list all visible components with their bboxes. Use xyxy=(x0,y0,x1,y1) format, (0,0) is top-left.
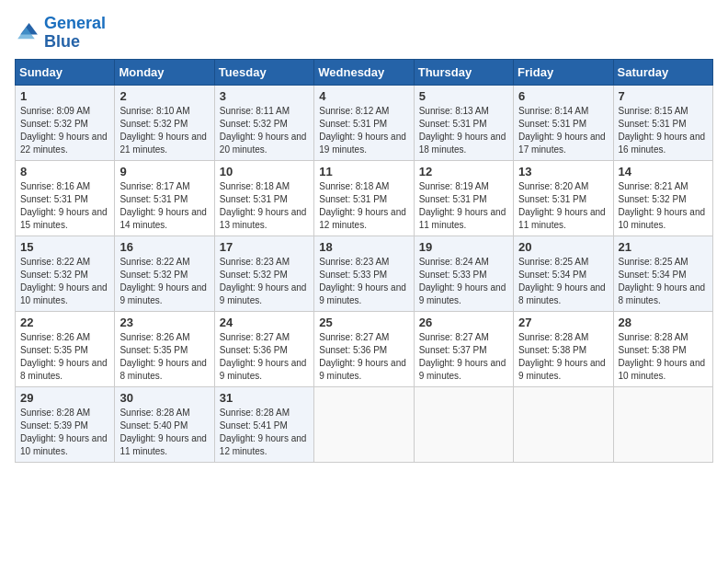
day-info: Sunrise: 8:12 AM Sunset: 5:31 PM Dayligh… xyxy=(319,105,408,156)
calendar-day-cell xyxy=(613,386,712,462)
day-info: Sunrise: 8:25 AM Sunset: 5:34 PM Dayligh… xyxy=(518,256,608,307)
calendar-week-row: 22 Sunrise: 8:26 AM Sunset: 5:35 PM Dayl… xyxy=(16,311,713,386)
day-info: Sunrise: 8:27 AM Sunset: 5:37 PM Dayligh… xyxy=(419,331,508,383)
calendar-day-cell: 29 Sunrise: 8:28 AM Sunset: 5:39 PM Dayl… xyxy=(16,386,115,462)
calendar-week-row: 29 Sunrise: 8:28 AM Sunset: 5:39 PM Dayl… xyxy=(16,386,713,462)
calendar-day-cell: 3 Sunrise: 8:11 AM Sunset: 5:32 PM Dayli… xyxy=(214,85,313,160)
calendar-week-row: 8 Sunrise: 8:16 AM Sunset: 5:31 PM Dayli… xyxy=(16,160,713,236)
day-number: 23 xyxy=(119,316,209,329)
calendar-day-cell xyxy=(414,386,513,462)
day-number: 14 xyxy=(619,165,708,178)
calendar-day-cell xyxy=(314,386,414,462)
day-number: 25 xyxy=(319,316,408,329)
day-info: Sunrise: 8:23 AM Sunset: 5:33 PM Dayligh… xyxy=(319,256,408,307)
day-number: 17 xyxy=(220,240,309,254)
day-info: Sunrise: 8:28 AM Sunset: 5:40 PM Dayligh… xyxy=(119,407,209,458)
day-info: Sunrise: 8:15 AM Sunset: 5:31 PM Dayligh… xyxy=(619,105,708,156)
day-number: 22 xyxy=(20,316,109,329)
calendar-day-cell: 19 Sunrise: 8:24 AM Sunset: 5:33 PM Dayl… xyxy=(414,236,513,311)
day-info: Sunrise: 8:18 AM Sunset: 5:31 PM Dayligh… xyxy=(220,180,309,232)
day-of-week-header: Wednesday xyxy=(314,59,414,85)
day-of-week-header: Tuesday xyxy=(214,59,313,85)
day-number: 9 xyxy=(119,165,209,178)
day-info: Sunrise: 8:11 AM Sunset: 5:32 PM Dayligh… xyxy=(220,105,309,156)
day-info: Sunrise: 8:22 AM Sunset: 5:32 PM Dayligh… xyxy=(119,256,209,307)
day-info: Sunrise: 8:10 AM Sunset: 5:32 PM Dayligh… xyxy=(119,105,209,156)
day-number: 1 xyxy=(20,89,109,103)
day-info: Sunrise: 8:21 AM Sunset: 5:32 PM Dayligh… xyxy=(619,180,708,232)
day-of-week-header: Thursday xyxy=(414,59,513,85)
calendar-day-cell: 14 Sunrise: 8:21 AM Sunset: 5:32 PM Dayl… xyxy=(613,160,712,236)
day-of-week-header: Saturday xyxy=(613,59,712,85)
day-number: 30 xyxy=(119,391,209,405)
day-number: 12 xyxy=(419,165,508,178)
calendar-day-cell: 17 Sunrise: 8:23 AM Sunset: 5:32 PM Dayl… xyxy=(214,236,313,311)
calendar-table: SundayMondayTuesdayWednesdayThursdayFrid… xyxy=(15,59,713,463)
day-number: 31 xyxy=(220,391,309,405)
calendar-day-cell: 18 Sunrise: 8:23 AM Sunset: 5:33 PM Dayl… xyxy=(314,236,414,311)
day-info: Sunrise: 8:13 AM Sunset: 5:31 PM Dayligh… xyxy=(419,105,508,156)
page-header: General Blue xyxy=(15,15,713,52)
calendar-day-cell: 1 Sunrise: 8:09 AM Sunset: 5:32 PM Dayli… xyxy=(16,85,115,160)
day-number: 16 xyxy=(119,240,209,254)
calendar-day-cell: 20 Sunrise: 8:25 AM Sunset: 5:34 PM Dayl… xyxy=(514,236,613,311)
day-info: Sunrise: 8:28 AM Sunset: 5:39 PM Dayligh… xyxy=(20,407,109,458)
day-number: 29 xyxy=(20,391,109,405)
calendar-day-cell: 13 Sunrise: 8:20 AM Sunset: 5:31 PM Dayl… xyxy=(514,160,613,236)
day-number: 2 xyxy=(119,89,209,103)
calendar-day-cell: 28 Sunrise: 8:28 AM Sunset: 5:38 PM Dayl… xyxy=(613,311,712,386)
day-number: 20 xyxy=(518,240,608,254)
day-info: Sunrise: 8:19 AM Sunset: 5:31 PM Dayligh… xyxy=(419,180,508,232)
day-info: Sunrise: 8:26 AM Sunset: 5:35 PM Dayligh… xyxy=(119,331,209,383)
day-info: Sunrise: 8:26 AM Sunset: 5:35 PM Dayligh… xyxy=(20,331,109,383)
day-of-week-header: Friday xyxy=(514,59,613,85)
day-number: 13 xyxy=(518,165,608,178)
calendar-day-cell: 15 Sunrise: 8:22 AM Sunset: 5:32 PM Dayl… xyxy=(16,236,115,311)
day-info: Sunrise: 8:28 AM Sunset: 5:38 PM Dayligh… xyxy=(619,331,708,383)
calendar-day-cell: 8 Sunrise: 8:16 AM Sunset: 5:31 PM Dayli… xyxy=(16,160,115,236)
day-number: 19 xyxy=(419,240,508,254)
calendar-day-cell: 11 Sunrise: 8:18 AM Sunset: 5:31 PM Dayl… xyxy=(314,160,414,236)
calendar-day-cell: 30 Sunrise: 8:28 AM Sunset: 5:40 PM Dayl… xyxy=(115,386,214,462)
calendar-day-cell: 4 Sunrise: 8:12 AM Sunset: 5:31 PM Dayli… xyxy=(314,85,414,160)
day-number: 3 xyxy=(220,89,309,103)
calendar-day-cell: 31 Sunrise: 8:28 AM Sunset: 5:41 PM Dayl… xyxy=(214,386,313,462)
calendar-day-cell: 12 Sunrise: 8:19 AM Sunset: 5:31 PM Dayl… xyxy=(414,160,513,236)
day-info: Sunrise: 8:20 AM Sunset: 5:31 PM Dayligh… xyxy=(518,180,608,232)
day-info: Sunrise: 8:27 AM Sunset: 5:36 PM Dayligh… xyxy=(220,331,309,383)
day-info: Sunrise: 8:23 AM Sunset: 5:32 PM Dayligh… xyxy=(220,256,309,307)
calendar-day-cell: 23 Sunrise: 8:26 AM Sunset: 5:35 PM Dayl… xyxy=(115,311,214,386)
day-number: 21 xyxy=(619,240,708,254)
day-number: 6 xyxy=(518,89,608,103)
day-info: Sunrise: 8:14 AM Sunset: 5:31 PM Dayligh… xyxy=(518,105,608,156)
day-info: Sunrise: 8:27 AM Sunset: 5:36 PM Dayligh… xyxy=(319,331,408,383)
calendar-day-cell: 2 Sunrise: 8:10 AM Sunset: 5:32 PM Dayli… xyxy=(115,85,214,160)
day-info: Sunrise: 8:24 AM Sunset: 5:33 PM Dayligh… xyxy=(419,256,508,307)
day-number: 18 xyxy=(319,240,408,254)
calendar-day-cell: 5 Sunrise: 8:13 AM Sunset: 5:31 PM Dayli… xyxy=(414,85,513,160)
day-info: Sunrise: 8:16 AM Sunset: 5:31 PM Dayligh… xyxy=(20,180,109,232)
calendar-day-cell: 6 Sunrise: 8:14 AM Sunset: 5:31 PM Dayli… xyxy=(514,85,613,160)
day-info: Sunrise: 8:17 AM Sunset: 5:31 PM Dayligh… xyxy=(119,180,209,232)
day-number: 15 xyxy=(20,240,109,254)
day-info: Sunrise: 8:28 AM Sunset: 5:38 PM Dayligh… xyxy=(518,331,608,383)
day-number: 24 xyxy=(220,316,309,329)
calendar-day-cell: 10 Sunrise: 8:18 AM Sunset: 5:31 PM Dayl… xyxy=(214,160,313,236)
calendar-day-cell xyxy=(514,386,613,462)
day-number: 7 xyxy=(619,89,708,103)
day-number: 27 xyxy=(518,316,608,329)
day-number: 26 xyxy=(419,316,508,329)
day-info: Sunrise: 8:22 AM Sunset: 5:32 PM Dayligh… xyxy=(20,256,109,307)
day-info: Sunrise: 8:28 AM Sunset: 5:41 PM Dayligh… xyxy=(220,407,309,458)
logo-icon xyxy=(15,20,40,46)
logo: General Blue xyxy=(15,15,106,52)
calendar-week-row: 15 Sunrise: 8:22 AM Sunset: 5:32 PM Dayl… xyxy=(16,236,713,311)
logo-text: General Blue xyxy=(44,15,106,52)
calendar-day-cell: 26 Sunrise: 8:27 AM Sunset: 5:37 PM Dayl… xyxy=(414,311,513,386)
day-info: Sunrise: 8:25 AM Sunset: 5:34 PM Dayligh… xyxy=(619,256,708,307)
day-number: 28 xyxy=(619,316,708,329)
calendar-day-cell: 9 Sunrise: 8:17 AM Sunset: 5:31 PM Dayli… xyxy=(115,160,214,236)
day-number: 8 xyxy=(20,165,109,178)
day-number: 10 xyxy=(220,165,309,178)
calendar-day-cell: 25 Sunrise: 8:27 AM Sunset: 5:36 PM Dayl… xyxy=(314,311,414,386)
